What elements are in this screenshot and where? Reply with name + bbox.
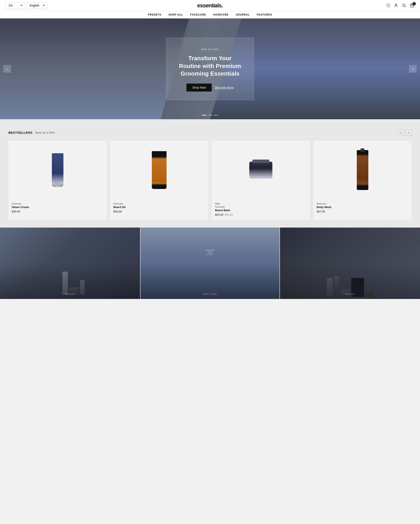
product-price: $30.00	[12, 210, 103, 213]
section-subtitle: Save Up to 40%	[35, 131, 55, 134]
hero-dots	[202, 115, 218, 115]
country-select[interactable]: CA US UK AU	[6, 2, 25, 9]
product-price: $25.00	[215, 213, 223, 216]
facecare-overlay	[0, 227, 140, 299]
account-button[interactable]	[394, 3, 398, 8]
hero-dot-3[interactable]	[214, 115, 218, 115]
product-image-beard-oil	[110, 141, 208, 200]
body-wash-illustration	[357, 150, 368, 190]
feature-grid: Facecare essentials.BodyCream Body Cream…	[0, 227, 420, 299]
product-name: Shave Cream	[12, 206, 103, 209]
svg-point-0	[395, 4, 397, 5]
nav-item-facecare[interactable]: FACECARE	[190, 13, 206, 16]
product-card-beard-oil[interactable]: Facecare Beard Oil $30.00	[110, 141, 208, 220]
bestsellers-section: BESTSELLERS Save Up to 40% ‹ › Facecare …	[0, 119, 420, 227]
product-info-body-wash: Bodycare Body Wash $37.00	[313, 200, 411, 217]
region-selectors: CA US UK AU English French Spanish	[6, 2, 47, 9]
hero-figure-left	[0, 18, 189, 119]
hero-title: Transform Your Routine with Premium Groo…	[179, 55, 241, 78]
section-header: BESTSELLERS Save Up to 40% ‹ ›	[9, 129, 411, 136]
chevron-right-icon: ›	[412, 67, 413, 71]
hero-section: ‹ New Arrivals Transform Your Routine wi…	[0, 18, 420, 119]
product-category: Facecare	[12, 202, 103, 205]
chevron-left-icon: ‹	[401, 131, 402, 134]
section-navigation: ‹ ›	[398, 129, 411, 136]
brand-logo[interactable]: essentials.	[197, 2, 223, 9]
main-navigation: PRESETS SHOP ALL FACECARE HAIRCARE JOURN…	[0, 11, 420, 18]
info-button[interactable]: ⓘ	[386, 3, 390, 8]
feature-panel-bodycream-label: Body Cream	[203, 293, 217, 295]
product-card-beard-balm[interactable]: Sale Facecare Beard Balm $25.00 $31.00	[212, 141, 310, 220]
shop-now-button[interactable]: Shop Now	[186, 84, 212, 92]
product-name: Beard Balm	[215, 209, 306, 212]
account-icon	[394, 3, 398, 8]
hero-label: New Arrivals	[179, 48, 241, 51]
shave-cream-illustration	[52, 153, 63, 187]
feature-panel-haircare[interactable]: Haircare	[280, 227, 420, 299]
product-category: Facecare	[114, 202, 205, 205]
product-category: Facecare	[215, 206, 306, 208]
product-name: Beard Oil	[114, 206, 205, 209]
beard-oil-illustration	[152, 151, 166, 189]
sale-badge: Sale	[215, 202, 306, 205]
hero-actions: Shop Now Discover More	[179, 84, 241, 92]
hero-prev-button[interactable]: ‹	[3, 65, 11, 73]
beard-balm-illustration	[249, 162, 272, 178]
section-title: BESTSELLERS	[9, 131, 33, 134]
hero-card: New Arrivals Transform Your Routine with…	[166, 38, 254, 100]
product-image-body-wash	[313, 141, 411, 200]
product-price: $30.00	[114, 210, 205, 213]
nav-item-shop-all[interactable]: SHOP ALL	[168, 13, 183, 16]
search-icon	[402, 3, 406, 8]
top-bar: CA US UK AU English French Spanish essen…	[0, 0, 420, 11]
search-button[interactable]	[402, 3, 406, 8]
product-info-beard-oil: Facecare Beard Oil $30.00	[110, 200, 208, 217]
chevron-left-icon: ‹	[7, 67, 8, 71]
nav-item-presets[interactable]: PRESETS	[148, 13, 161, 16]
products-grid: Facecare Shave Cream $30.00 Facecare Bea…	[9, 141, 411, 220]
section-prev-button[interactable]: ‹	[398, 129, 404, 136]
feature-panel-bodycream[interactable]: essentials.BodyCream Body Cream	[140, 227, 280, 299]
section-title-group: BESTSELLERS Save Up to 40%	[9, 131, 55, 134]
product-category: Bodycare	[317, 202, 408, 205]
product-card-body-wash[interactable]: Bodycare Body Wash $37.00	[313, 141, 411, 220]
nav-item-journal[interactable]: JOURNAL	[236, 13, 249, 16]
product-info-beard-balm: Sale Facecare Beard Balm $25.00 $31.00	[212, 200, 310, 220]
hero-dot-2[interactable]	[208, 115, 212, 115]
haircare-overlay	[280, 227, 420, 299]
nav-item-haircare[interactable]: HAIRCARE	[213, 13, 228, 16]
cart-badge: 0	[412, 2, 416, 5]
hero-dot-1[interactable]	[202, 115, 206, 115]
discover-more-button[interactable]: Discover More	[215, 86, 234, 89]
cart-button[interactable]: 0	[410, 3, 414, 8]
svg-line-2	[405, 6, 406, 7]
product-image-beard-balm	[212, 141, 310, 200]
language-select[interactable]: English French Spanish	[27, 2, 47, 9]
chevron-right-icon: ›	[408, 131, 409, 134]
product-price: $37.00	[317, 210, 408, 213]
info-icon: ⓘ	[386, 3, 390, 8]
bodycream-overlay	[140, 227, 280, 299]
hero-next-button[interactable]: ›	[409, 65, 417, 73]
product-original-price: $31.00	[225, 213, 233, 216]
product-info-shave-cream: Facecare Shave Cream $30.00	[9, 200, 107, 217]
product-image-shave-cream	[9, 141, 107, 200]
feature-panel-haircare-label: Haircare	[345, 293, 355, 295]
product-name: Body Wash	[317, 206, 408, 209]
nav-item-features[interactable]: FEATURES	[257, 13, 272, 16]
product-card-shave-cream[interactable]: Facecare Shave Cream $30.00	[9, 141, 107, 220]
svg-point-1	[402, 4, 405, 7]
feature-panel-facecare[interactable]: Facecare	[0, 227, 140, 299]
header-actions: ⓘ 0	[386, 3, 414, 8]
feature-panel-facecare-label: Facecare	[65, 293, 75, 295]
section-next-button[interactable]: ›	[405, 129, 411, 136]
